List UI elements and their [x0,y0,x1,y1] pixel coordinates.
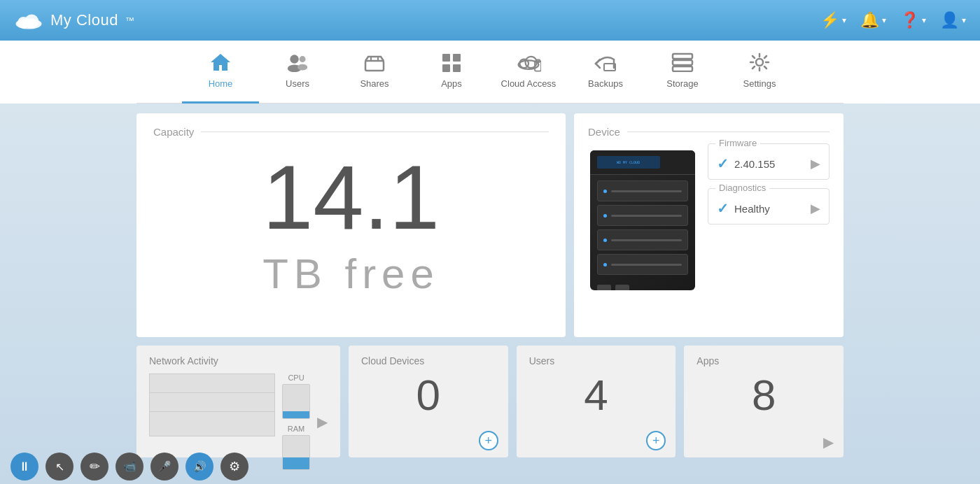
firmware-label: Firmware [715,138,760,148]
firmware-check-icon: ✓ [717,155,729,172]
firmware-box: Firmware ✓ 2.40.155 ▶ [708,143,830,180]
nas-top: WD MY CLOUD [590,150,695,175]
nav-label-storage: Storage [666,78,699,89]
cloud-devices-add-button[interactable]: + [479,431,498,450]
apps-icon [441,52,462,76]
nav-item-home[interactable]: Home [182,41,259,104]
cloud-access-icon [516,52,541,76]
nav-item-storage[interactable]: Storage [644,41,721,104]
drive-bar-1 [611,190,682,192]
nav-label-apps: Apps [441,78,462,89]
firmware-value: ✓ 2.40.155 [717,155,775,172]
capacity-number: 14.1 [153,152,549,243]
help-caret: ▾ [922,15,926,25]
nav-item-cloud-access[interactable]: Cloud Access [490,41,567,104]
apps-count: 8 [696,373,831,417]
drive-light-2 [603,214,607,218]
svg-rect-13 [453,64,461,72]
mic-button[interactable]: 🎤 [150,453,178,481]
nas-port-1 [597,285,611,290]
cursor-icon: ↖ [55,460,64,474]
apps-arrow-icon[interactable]: ▶ [823,434,834,450]
chart-grid-1 [150,392,274,393]
nas-screen-text: WD MY CLOUD [617,160,640,164]
video-button[interactable]: 📹 [115,453,144,481]
nav-item-shares[interactable]: Shares [336,41,413,104]
video-icon: 📹 [123,460,136,473]
nav-label-shares: Shares [360,78,388,89]
users-count: 4 [529,373,664,417]
shares-icon [364,52,385,76]
cloud-logo-icon [14,10,43,30]
cloud-devices-panel: Cloud Devices 0 + [349,346,508,457]
svg-rect-21 [673,60,692,65]
nas-bottom [590,280,695,290]
nas-drive-4 [597,254,688,275]
help-button[interactable]: ❓ ▾ [900,11,926,29]
diagnostics-box: Diagnostics ✓ Healthy ▶ [708,188,830,225]
svg-point-2 [24,15,38,29]
nav-item-apps[interactable]: Apps [413,41,490,104]
capacity-unit: TB free [153,250,549,298]
nav-label-cloud-access: Cloud Access [501,78,556,89]
nas-drive-3 [597,229,688,250]
device-info: Firmware ✓ 2.40.155 ▶ Diagnostics [708,143,830,225]
pencil-button[interactable]: ✏ [80,453,108,481]
notifications-button[interactable]: 🔔 ▾ [860,11,886,29]
usb-caret: ▾ [842,15,846,25]
pencil-icon: ✏ [90,459,100,474]
svg-rect-11 [453,54,461,62]
users-title: Users [529,355,664,366]
logo: My Cloud™ [14,10,134,30]
users-add-button[interactable]: + [646,431,666,450]
nav-label-backups: Backups [588,78,623,89]
nas-drive-2 [597,205,688,226]
apps-bottom-panel: Apps 8 ▶ [684,346,844,457]
drive-bar-3 [611,239,682,241]
user-button[interactable]: 👤 ▾ [940,11,966,29]
backups-icon [594,52,617,76]
user-caret: ▾ [962,15,966,25]
svg-rect-22 [673,66,692,71]
nav-item-users[interactable]: Users [259,41,336,104]
svg-rect-10 [442,54,450,62]
cpu-label: CPU [288,373,304,382]
header-controls: ⚡ ▾ 🔔 ▾ ❓ ▾ 👤 ▾ [820,11,966,29]
nas-drive-1 [597,180,688,201]
firmware-arrow-icon[interactable]: ▶ [811,156,820,171]
usb-button[interactable]: ⚡ ▾ [820,11,846,29]
svg-point-4 [290,55,298,63]
header: My Cloud™ ⚡ ▾ 🔔 ▾ ❓ ▾ 👤 ▾ [0,0,980,41]
cursor-button[interactable]: ↖ [46,453,74,481]
toolbar-settings-button[interactable]: ⚙ [220,453,248,481]
diagnostics-arrow-icon[interactable]: ▶ [811,201,820,216]
bottom-toolbar: ⏸ ↖ ✏ 📹 🎤 🔊 ⚙ [0,449,980,484]
volume-button[interactable]: 🔊 [186,453,214,481]
diagnostics-content: ✓ Healthy ▶ [717,200,820,217]
cpu-meter [282,384,310,419]
main-content: Capacity 14.1 TB free Device WD MY CLOUD [0,104,980,467]
mic-off-icon: 🎤 [158,460,172,473]
navbar: Home Users Shares [136,41,844,104]
bottom-row: Network Activity CPU RAM [136,346,844,457]
cpu-fill [283,411,309,418]
nav-item-backups[interactable]: Backups [567,41,644,104]
toolbar-settings-icon: ⚙ [229,459,240,474]
bell-caret: ▾ [882,15,886,25]
navbar-container: Home Users Shares [0,41,980,104]
nas-screen: WD MY CLOUD [597,156,660,169]
firmware-content: ✓ 2.40.155 ▶ [717,155,820,172]
pause-button[interactable]: ⏸ [10,453,38,481]
network-chart [149,373,275,436]
chart-grid-2 [150,411,274,412]
settings-icon [749,52,770,76]
users-icon [286,52,309,76]
nav-item-settings[interactable]: Settings [721,41,798,104]
trademark: ™ [125,15,134,26]
device-image: WD MY CLOUD [588,143,696,297]
svg-marker-3 [211,54,230,71]
app-title: My Cloud [50,11,118,29]
user-icon: 👤 [940,11,959,29]
diagnostics-label: Diagnostics [715,183,769,193]
storage-icon [671,52,694,76]
